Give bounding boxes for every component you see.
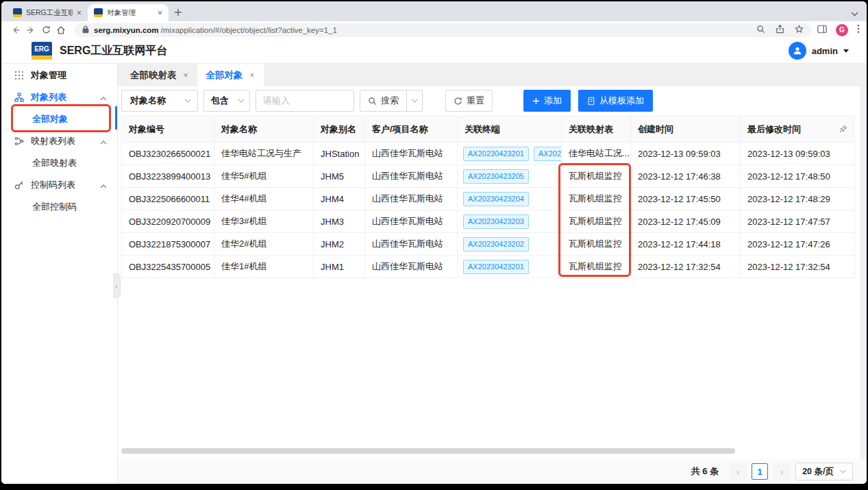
- content-tab-label: 全部映射表: [130, 69, 177, 82]
- chevron-up-icon: [100, 136, 107, 147]
- user-avatar[interactable]: [789, 42, 806, 60]
- reset-button[interactable]: 重置: [445, 90, 493, 112]
- tab-close-icon[interactable]: ×: [77, 9, 82, 17]
- cell-mapping: 瓦斯机组监控: [562, 188, 631, 210]
- chevron-up-icon: [100, 93, 107, 103]
- document-icon: [587, 97, 595, 106]
- cell-name: 佳华3#机组: [214, 210, 314, 233]
- chevron-down-icon: [184, 99, 191, 103]
- tab-panel-icon[interactable]: [817, 24, 827, 36]
- username-label: admin: [812, 46, 838, 56]
- browser-tab-1[interactable]: SERG工业互联网平台 ×: [7, 4, 88, 21]
- user-menu[interactable]: admin: [789, 42, 849, 60]
- new-tab-button[interactable]: [174, 7, 182, 19]
- cell-terminals: AX20230423203: [458, 210, 562, 233]
- search-label: 搜索: [381, 95, 399, 107]
- app-logo: ERG: [32, 42, 52, 60]
- forward-icon[interactable]: [23, 25, 38, 35]
- sidebar-title-object-management[interactable]: 对象管理: [1, 65, 117, 86]
- terminal-tag[interactable]: AX20230423204: [463, 192, 529, 206]
- cell-customer: 山西佳华瓦斯电站: [365, 210, 458, 233]
- cell-created: 2023-12-12 17:32:54: [631, 256, 741, 278]
- filter-value-input[interactable]: 请输入: [256, 90, 354, 112]
- cell-modified: 2023-12-12 17:32:54: [741, 256, 855, 278]
- table-row: OBJ3221875300007佳华2#机组JHM2山西佳华瓦斯电站AX2023…: [122, 233, 855, 256]
- browser-tab-strip: SERG工业互联网平台 × 对象管理 ×: [1, 1, 867, 21]
- cell-alias: JHM3: [314, 210, 365, 233]
- tab-close-icon[interactable]: ×: [184, 71, 188, 80]
- url-omnibox[interactable]: serg.mixyun.com /mixapplication/#/object…: [74, 23, 812, 37]
- search-dropdown-toggle[interactable]: [407, 90, 422, 111]
- panel-empty-space: [121, 278, 854, 448]
- sidebar-group-object-list[interactable]: 对象列表: [1, 87, 117, 108]
- search-button-main[interactable]: 搜索: [360, 90, 407, 111]
- content-tab-all-mappings[interactable]: 全部映射表 ×: [121, 64, 197, 86]
- table-row: OBJ3223899400013佳华5#机组JHM5山西佳华瓦斯电站AX2023…: [122, 165, 855, 188]
- cell-mapping: 佳华电站工况...: [562, 143, 631, 165]
- cell-customer: 山西佳华瓦斯电站: [365, 143, 458, 165]
- bookmark-star-icon[interactable]: [795, 25, 804, 35]
- chevron-down-icon[interactable]: [851, 7, 858, 19]
- terminal-tag[interactable]: AX20230423205: [463, 169, 529, 184]
- tab-close-icon[interactable]: ×: [158, 9, 162, 17]
- add-button[interactable]: 添加: [523, 90, 571, 112]
- sidebar-collapse-handle[interactable]: ‹: [113, 273, 121, 298]
- back-icon[interactable]: [8, 25, 23, 35]
- share-icon[interactable]: [776, 25, 784, 35]
- terminal-tag[interactable]: AX20230423202: [463, 237, 529, 252]
- cell-modified: 2023-12-12 17:47:57: [741, 210, 855, 233]
- browser-tab-2[interactable]: 对象管理 ×: [88, 4, 169, 21]
- cell-customer: 山西佳华瓦斯电站: [365, 188, 458, 210]
- terminal-tag[interactable]: AX20230423201: [463, 260, 529, 274]
- sidebar-item-all-control-codes[interactable]: 全部控制码: [1, 197, 117, 217]
- cell-created: 2023-12-12 17:45:09: [631, 210, 741, 233]
- sidebar-item-all-mappings[interactable]: 全部映射表: [1, 153, 117, 173]
- next-page-button[interactable]: ›: [773, 463, 790, 480]
- filter-field-select[interactable]: 对象名称: [121, 90, 198, 112]
- template-add-label: 从模板添加: [599, 95, 644, 107]
- horizontal-scrollbar[interactable]: [121, 448, 735, 454]
- cell-alias: JHM2: [314, 233, 365, 256]
- sidebar: 对象管理 对象列表 全部对象 映射表列表: [1, 64, 118, 484]
- pagination-bar: 共 6 条 ‹ 1 › 20 条/页: [118, 459, 867, 484]
- key-icon: [14, 180, 24, 190]
- cell-code: OBJ3225435700005: [122, 256, 214, 278]
- cell-terminals: AX20230423205: [458, 165, 562, 188]
- home-icon[interactable]: [53, 25, 69, 35]
- sidebar-group-control-code-list[interactable]: 控制码列表: [1, 175, 117, 195]
- cell-created: 2023-12-12 17:45:50: [631, 188, 741, 210]
- col-header-alias: 对象别名: [314, 117, 365, 143]
- sidebar-item-all-objects[interactable]: 全部对象: [1, 109, 117, 130]
- filter-operator-select[interactable]: 包含: [203, 90, 250, 112]
- cell-mapping: 瓦斯机组监控: [562, 210, 631, 233]
- reload-icon[interactable]: [38, 25, 53, 34]
- main-content: ‹ 全部映射表 × 全部对象 × 对象名称: [118, 64, 867, 484]
- browser-profile-avatar[interactable]: G: [836, 24, 848, 36]
- menu-dots-icon[interactable]: [857, 24, 860, 36]
- sidebar-group-mapping-list[interactable]: 映射表列表: [1, 131, 117, 151]
- cell-terminals: AX20230423201AX202304: [458, 143, 562, 165]
- content-tab-all-objects[interactable]: 全部对象 ×: [197, 64, 264, 86]
- search-button[interactable]: 搜索: [360, 90, 423, 112]
- zoom-icon[interactable]: [756, 25, 765, 35]
- col-header-customer: 客户/项目名称: [365, 117, 458, 143]
- terminal-tag[interactable]: AX202304: [534, 147, 562, 161]
- input-placeholder: 请输入: [263, 95, 290, 107]
- cell-created: 2023-12-12 17:44:18: [631, 233, 741, 256]
- omnibox-trailing-icons: [756, 25, 804, 35]
- tab-close-icon[interactable]: ×: [250, 71, 255, 80]
- terminal-tag[interactable]: AX20230423203: [463, 215, 529, 229]
- sidebar-group-label: 对象列表: [31, 91, 66, 103]
- prev-page-button[interactable]: ‹: [730, 463, 746, 480]
- chevron-down-icon: [411, 99, 418, 103]
- terminal-tag[interactable]: AX20230423201: [463, 147, 529, 161]
- select-value: 包含: [211, 95, 229, 107]
- page-size-select[interactable]: 20 条/页: [795, 463, 853, 480]
- app-body: 对象管理 对象列表 全部对象 映射表列表: [1, 64, 867, 484]
- object-table: 对象编号 对象名称 对象别名 客户/项目名称 关联终端 关联映射表 创建时间 最…: [121, 116, 855, 278]
- pushpin-icon[interactable]: [839, 125, 847, 136]
- grid-dots-icon: [14, 71, 24, 80]
- cell-name: 佳华4#机组: [214, 188, 314, 210]
- add-from-template-button[interactable]: 从模板添加: [578, 90, 653, 112]
- current-page-button[interactable]: 1: [752, 463, 768, 480]
